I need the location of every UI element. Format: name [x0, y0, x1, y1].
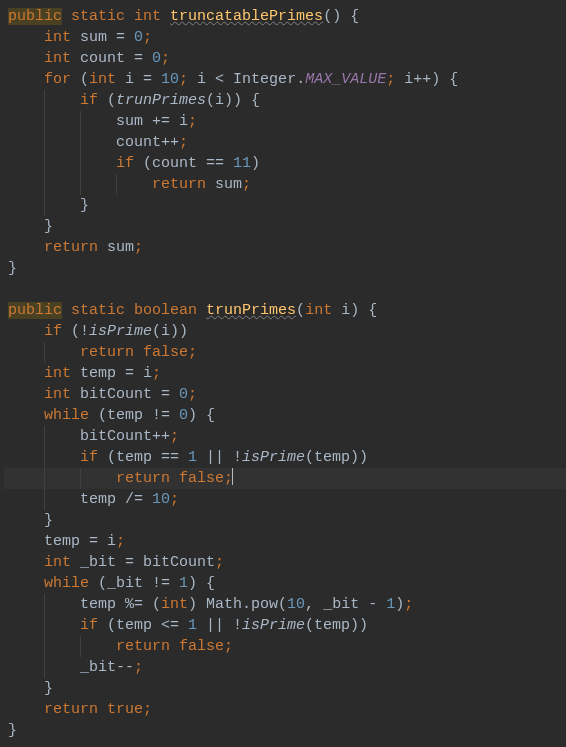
code-line[interactable]: temp = i; — [4, 531, 566, 552]
code-line[interactable]: if (temp == 1 || !isPrime(temp)) — [4, 447, 566, 468]
code-token: if — [44, 323, 62, 340]
code-token: (temp)) — [305, 449, 368, 466]
code-line[interactable]: } — [4, 258, 566, 279]
code-line[interactable]: if (trunPrimes(i)) { — [4, 90, 566, 111]
code-line[interactable]: if (!isPrime(i)) — [4, 321, 566, 342]
code-token: ; — [152, 365, 161, 382]
code-token: } — [44, 218, 53, 235]
code-token: 1 — [179, 575, 188, 592]
code-token: ; — [179, 71, 188, 88]
code-token: if — [80, 92, 98, 109]
code-line[interactable]: return false; — [4, 468, 566, 489]
code-token: 10 — [161, 71, 179, 88]
code-line[interactable]: _bit--; — [4, 657, 566, 678]
code-token: (i)) — [152, 323, 188, 340]
code-token: temp /= — [80, 491, 152, 508]
code-token: (temp)) — [305, 617, 368, 634]
code-token: 1 — [188, 617, 197, 634]
code-token: return — [152, 176, 206, 193]
code-token: isPrime — [242, 449, 305, 466]
code-line[interactable]: return sum; — [4, 174, 566, 195]
code-token: ; — [143, 701, 152, 718]
code-token: public — [8, 302, 62, 319]
code-line[interactable]: } — [4, 678, 566, 699]
code-token: return — [44, 239, 98, 256]
code-token: i < Integer. — [188, 71, 305, 88]
code-token: ) Math.pow( — [188, 596, 287, 613]
code-line[interactable]: bitCount++; — [4, 426, 566, 447]
code-line[interactable]: public static int truncatablePrimes() { — [4, 6, 566, 27]
code-token: ; — [143, 29, 152, 46]
code-line[interactable]: count++; — [4, 132, 566, 153]
code-token — [197, 302, 206, 319]
code-line[interactable]: return sum; — [4, 237, 566, 258]
code-token: 0 — [152, 50, 161, 67]
code-token: } — [44, 512, 53, 529]
code-editor[interactable]: public static int truncatablePrimes() { … — [0, 0, 566, 741]
code-token: (i)) { — [206, 92, 260, 109]
code-token: while — [44, 575, 89, 592]
code-line[interactable]: return true; — [4, 699, 566, 720]
code-token: ; — [215, 554, 224, 571]
code-token: i = — [116, 71, 161, 88]
code-token: ; — [386, 71, 395, 88]
code-token: if — [116, 155, 134, 172]
code-token: (! — [62, 323, 89, 340]
code-token: temp = i — [71, 365, 152, 382]
code-line[interactable]: temp %= (int) Math.pow(10, _bit - 1); — [4, 594, 566, 615]
code-line[interactable]: if (count == 11) — [4, 153, 566, 174]
code-token: } — [44, 680, 53, 697]
code-token: for — [44, 71, 71, 88]
code-token: sum = — [71, 29, 134, 46]
code-token: return false — [116, 638, 224, 655]
code-line[interactable]: } — [4, 195, 566, 216]
code-line[interactable]: } — [4, 216, 566, 237]
code-line[interactable]: return false; — [4, 342, 566, 363]
code-token: } — [8, 722, 17, 739]
code-token: int — [44, 365, 71, 382]
code-token: ; — [134, 239, 143, 256]
code-token: int — [44, 29, 71, 46]
code-token: temp = i — [44, 533, 116, 550]
code-line[interactable]: for (int i = 10; i < Integer.MAX_VALUE; … — [4, 69, 566, 90]
code-token: ; — [188, 344, 197, 361]
code-token: ( — [296, 302, 305, 319]
code-line[interactable]: public static boolean trunPrimes(int i) … — [4, 300, 566, 321]
code-line[interactable]: } — [4, 510, 566, 531]
code-token — [62, 8, 71, 25]
code-line[interactable]: int sum = 0; — [4, 27, 566, 48]
code-token: ; — [170, 428, 179, 445]
code-token: int — [134, 8, 161, 25]
code-token — [125, 302, 134, 319]
code-token: ; — [404, 596, 413, 613]
code-token: boolean — [134, 302, 197, 319]
code-line[interactable]: return false; — [4, 636, 566, 657]
code-line[interactable]: sum += i; — [4, 111, 566, 132]
code-token: isPrime — [89, 323, 152, 340]
code-token: return false — [116, 470, 224, 487]
code-line[interactable]: if (temp <= 1 || !isPrime(temp)) — [4, 615, 566, 636]
code-line[interactable]: while (_bit != 1) { — [4, 573, 566, 594]
code-token: 1 — [188, 449, 197, 466]
code-line[interactable]: int bitCount = 0; — [4, 384, 566, 405]
code-token: 0 — [179, 386, 188, 403]
code-line[interactable]: int temp = i; — [4, 363, 566, 384]
code-line[interactable]: while (temp != 0) { — [4, 405, 566, 426]
code-token: temp %= ( — [80, 596, 161, 613]
code-token: public — [8, 8, 62, 25]
code-token: 10 — [287, 596, 305, 613]
code-token: ; — [170, 491, 179, 508]
code-token: || ! — [197, 617, 242, 634]
code-token: count++ — [116, 134, 179, 151]
code-token: () { — [323, 8, 359, 25]
code-line[interactable] — [4, 279, 566, 300]
code-line[interactable]: int _bit = bitCount; — [4, 552, 566, 573]
code-token: ; — [242, 176, 251, 193]
code-line[interactable]: temp /= 10; — [4, 489, 566, 510]
code-line[interactable]: int count = 0; — [4, 48, 566, 69]
code-line[interactable]: } — [4, 720, 566, 741]
code-token: return false — [80, 344, 188, 361]
code-token: sum — [98, 239, 134, 256]
code-token: if — [80, 617, 98, 634]
code-token: truncatablePrimes — [170, 8, 323, 25]
